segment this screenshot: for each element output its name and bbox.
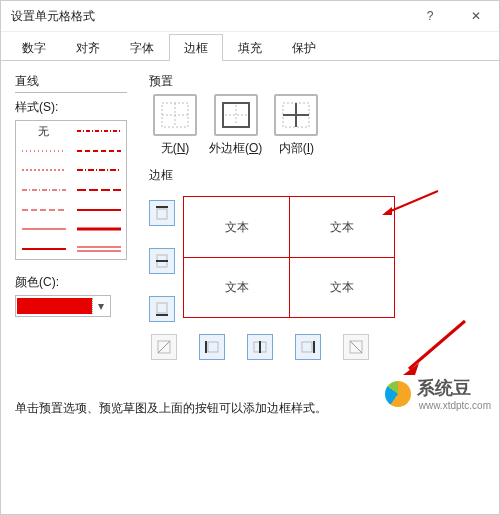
line-style-dot-fine[interactable]	[18, 145, 69, 157]
line-section-label: 直线	[15, 73, 127, 93]
border-section-label: 边框	[149, 167, 485, 184]
watermark-name: 系统豆	[417, 376, 491, 400]
border-bottom-button[interactable]	[149, 296, 175, 322]
line-style-dash-dot[interactable]	[18, 184, 69, 196]
tab-alignment[interactable]: 对齐	[61, 34, 115, 61]
color-chip	[17, 298, 92, 314]
svg-line-29	[386, 191, 438, 213]
line-style-medium[interactable]	[18, 243, 69, 255]
line-style-list[interactable]: 无	[15, 120, 127, 260]
svg-rect-24	[157, 209, 167, 219]
preset-outline-label: 外边框(O)	[209, 140, 262, 157]
preset-inside-button[interactable]	[274, 94, 318, 136]
dialog-body: 直线 样式(S): 无	[1, 61, 499, 417]
line-style-med-dash[interactable]	[73, 145, 124, 157]
svg-rect-34	[208, 342, 218, 352]
border-left-button[interactable]	[199, 334, 225, 360]
color-dropdown[interactable]: ▾	[15, 295, 111, 317]
dialog-title: 设置单元格格式	[1, 8, 407, 25]
preview-cell-1: 文本	[184, 197, 289, 257]
close-button[interactable]: ✕	[453, 1, 499, 31]
line-style-double[interactable]	[73, 243, 124, 255]
format-cells-dialog: 设置单元格格式 ? ✕ 数字 对齐 字体 边框 填充 保护 直线 样式(S): …	[0, 0, 500, 515]
border-preview[interactable]: 文本 文本 文本 文本	[183, 196, 395, 318]
title-bar: 设置单元格格式 ? ✕	[1, 1, 499, 32]
preset-inside-icon	[282, 102, 310, 128]
tab-fill[interactable]: 填充	[223, 34, 277, 61]
line-style-dash-dot-2[interactable]	[73, 125, 124, 137]
line-style-thin[interactable]	[18, 223, 69, 235]
line-style-dot[interactable]	[18, 164, 69, 176]
svg-rect-37	[302, 342, 312, 352]
preset-none-label: 无(N)	[161, 140, 190, 157]
svg-line-40	[350, 341, 362, 353]
preset-outline-button[interactable]	[214, 94, 258, 136]
tab-border[interactable]: 边框	[169, 34, 223, 61]
help-button[interactable]: ?	[407, 1, 453, 31]
watermark: 系统豆 www.xtdptc.com	[385, 376, 491, 411]
border-hcenter-button[interactable]	[149, 248, 175, 274]
border-top-button[interactable]	[149, 200, 175, 226]
svg-line-41	[409, 321, 465, 369]
border-vcenter-button[interactable]	[247, 334, 273, 360]
preset-outline-icon	[222, 102, 250, 128]
svg-marker-42	[403, 363, 419, 375]
annotation-arrow2-icon	[399, 317, 469, 377]
color-label: 颜色(C):	[15, 274, 127, 291]
border-diag-down-button[interactable]	[343, 334, 369, 360]
preview-cell-2: 文本	[289, 197, 394, 257]
watermark-url: www.xtdptc.com	[419, 400, 491, 411]
tab-number[interactable]: 数字	[7, 34, 61, 61]
svg-rect-27	[157, 303, 167, 313]
watermark-logo-icon	[385, 381, 411, 407]
border-right-button[interactable]	[295, 334, 321, 360]
preset-none-button[interactable]	[153, 94, 197, 136]
tab-font[interactable]: 字体	[115, 34, 169, 61]
line-style-thick[interactable]	[73, 223, 124, 235]
preset-none-icon	[161, 102, 189, 128]
line-style-none[interactable]: 无	[18, 125, 69, 137]
annotation-arrow-icon	[380, 189, 440, 219]
svg-line-32	[158, 341, 170, 353]
tab-protection[interactable]: 保护	[277, 34, 331, 61]
line-style-solid-med[interactable]	[73, 204, 124, 216]
preview-cell-4: 文本	[289, 257, 394, 317]
line-style-dash[interactable]	[18, 204, 69, 216]
preset-section-label: 预置	[149, 73, 485, 90]
preset-inside-label: 内部(I)	[279, 140, 314, 157]
svg-marker-30	[382, 207, 392, 215]
line-section: 直线 样式(S): 无	[15, 71, 127, 360]
preview-cell-3: 文本	[184, 257, 289, 317]
line-style-med-dashdot[interactable]	[73, 164, 124, 176]
border-diag-up-button[interactable]	[151, 334, 177, 360]
style-label: 样式(S):	[15, 99, 127, 116]
chevron-down-icon: ▾	[92, 298, 109, 314]
tab-strip: 数字 对齐 字体 边框 填充 保护	[1, 32, 499, 61]
line-style-long-dash[interactable]	[73, 184, 124, 196]
